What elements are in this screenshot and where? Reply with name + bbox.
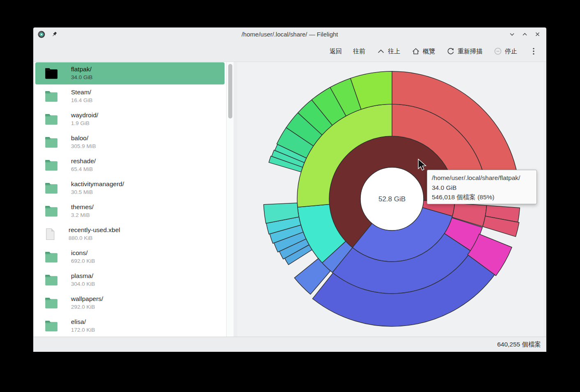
item-name: elisa/ (71, 318, 95, 326)
item-name: Steam/ (71, 88, 93, 96)
forward-button[interactable]: 往前 (353, 48, 365, 55)
item-size: 692.0 KiB (71, 257, 95, 265)
rescan-label: 重新掃描 (458, 48, 482, 55)
segment-tooltip: /home/user/.local/share/flatpak/ 34.0 Gi… (427, 170, 537, 204)
list-item[interactable]: Steam/ 16.4 GiB (34, 85, 226, 108)
folder-icon (43, 273, 60, 287)
minimize-button[interactable] (508, 31, 516, 38)
file-icon (43, 227, 57, 242)
item-size: 304.0 KiB (71, 280, 95, 288)
stop-icon (493, 47, 502, 56)
item-name: kactivitymanagerd/ (71, 180, 124, 188)
item-name: icons/ (71, 249, 95, 257)
overview-button[interactable]: 概覽 (411, 47, 435, 56)
item-size: 16.4 GiB (71, 96, 93, 105)
folder-icon (43, 112, 60, 127)
content-area: flatpak/ 34.0 GiB Steam/ 16.4 GiB waydro… (33, 62, 546, 337)
stop-label: 停止 (505, 48, 517, 55)
sidebar-file-list[interactable]: flatpak/ 34.0 GiB Steam/ 16.4 GiB waydro… (34, 62, 227, 337)
folder-icon (43, 319, 60, 333)
list-item[interactable]: plasma/ 304.0 KiB (34, 269, 226, 292)
toolbar: 返回 往前 往上 概覽 (33, 41, 546, 62)
folder-icon (43, 89, 60, 104)
list-item[interactable]: recently-used.xbel 880.0 KiB (34, 223, 226, 246)
item-size: 305.9 MiB (71, 142, 96, 150)
folder-icon (43, 135, 60, 150)
folder-icon-selected (43, 66, 60, 81)
forward-label: 往前 (353, 48, 365, 55)
statusbar: 640,255 個檔案 (33, 337, 546, 352)
folder-icon (43, 204, 60, 219)
item-size: 3.2 MiB (71, 211, 94, 219)
list-item[interactable]: reshade/ 65.4 MiB (34, 154, 226, 177)
item-name: wallpapers/ (71, 295, 103, 303)
scrollbar-thumb[interactable] (228, 64, 232, 119)
item-name: reshade/ (71, 157, 96, 165)
filelight-app-icon (38, 31, 45, 38)
list-item[interactable]: baloo/ 305.9 MiB (34, 131, 226, 154)
list-item[interactable]: waydroid/ 1.9 GiB (34, 108, 226, 131)
tooltip-size: 34.0 GiB (432, 183, 532, 193)
chart-center-label: 52.8 GiB (378, 195, 406, 203)
sidebar-scrollbar[interactable] (227, 62, 234, 337)
kebab-menu-icon (529, 47, 538, 56)
radial-map-view[interactable]: 52.8 GiB /home/user/.local/share/flatpak… (237, 62, 543, 337)
list-item[interactable]: icons/ 692.0 KiB (34, 246, 226, 269)
item-name: flatpak/ (71, 65, 93, 73)
filelight-window: /home/user/.local/share/ — Filelight 返回 … (33, 27, 546, 352)
folder-icon (43, 296, 60, 310)
folder-icon (43, 181, 60, 196)
close-button[interactable] (534, 31, 541, 38)
list-item[interactable]: themes/ 3.2 MiB (34, 200, 226, 223)
total-files-count: 640,255 個檔案 (497, 340, 541, 349)
hamburger-menu-button[interactable] (528, 47, 538, 56)
item-name: waydroid/ (71, 111, 98, 119)
back-label: 返回 (330, 48, 342, 55)
folder-icon (43, 158, 60, 173)
tooltip-path: /home/user/.local/share/flatpak/ (432, 173, 532, 183)
home-icon (411, 47, 420, 56)
back-button[interactable]: 返回 (330, 48, 342, 55)
tooltip-files: 546,018 個檔案 (85%) (432, 192, 532, 202)
folder-icon (43, 250, 60, 264)
maximize-button[interactable] (521, 31, 528, 38)
refresh-icon (446, 47, 455, 56)
item-size: 172.0 KiB (71, 326, 95, 334)
window-title: /home/user/.local/share/ — Filelight (33, 31, 546, 38)
list-item[interactable]: flatpak/ 34.0 GiB (34, 62, 226, 85)
list-item[interactable]: wallpapers/ 292.0 KiB (34, 292, 226, 315)
item-size: 880.0 KiB (69, 234, 120, 242)
overview-label: 概覽 (423, 48, 435, 55)
item-size: 65.4 MiB (71, 165, 96, 173)
chevron-up-icon (376, 47, 385, 56)
item-name: recently-used.xbel (69, 226, 120, 234)
item-size: 1.9 GiB (71, 119, 98, 128)
item-size: 34.0 GiB (71, 73, 93, 82)
up-button[interactable]: 往上 (376, 47, 400, 56)
item-name: themes/ (71, 203, 94, 211)
list-item[interactable]: elisa/ 172.0 KiB (34, 315, 226, 337)
list-item[interactable]: kactivitymanagerd/ 30.5 MiB (34, 177, 226, 200)
pin-icon[interactable] (51, 31, 57, 37)
up-label: 往上 (388, 48, 400, 55)
titlebar[interactable]: /home/user/.local/share/ — Filelight (33, 27, 546, 41)
item-name: baloo/ (71, 134, 96, 142)
item-size: 30.5 MiB (71, 188, 124, 196)
item-name: plasma/ (71, 272, 95, 280)
item-size: 292.0 KiB (71, 303, 103, 311)
rescan-button[interactable]: 重新掃描 (446, 47, 482, 56)
stop-button[interactable]: 停止 (493, 47, 517, 56)
